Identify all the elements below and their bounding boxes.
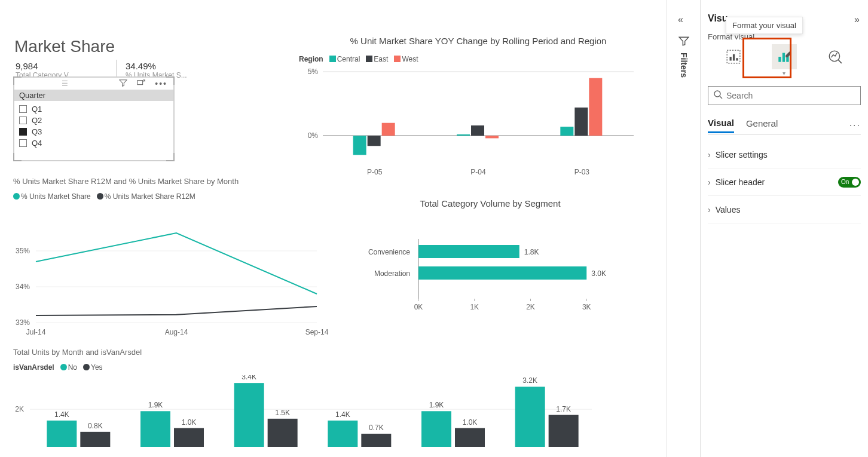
page-title: Market Share [14,37,115,56]
svg-text:0.7K: 0.7K [369,424,384,432]
svg-text:1.8K: 1.8K [524,248,539,256]
format-tooltip: Format your visual [726,17,803,34]
svg-text:Aug-14: Aug-14 [165,328,188,336]
chart1-svg: 5%0%P-05P-04P-03 [293,66,646,179]
svg-text:P-04: P-04 [470,168,486,176]
visualizations-pane: Visu » Format visual ▾ Format your vis [701,0,868,457]
svg-text:0%: 0% [308,131,319,140]
svg-rect-48 [140,411,170,447]
svg-text:1.5K: 1.5K [275,409,290,417]
svg-rect-69 [729,57,731,61]
svg-rect-14 [560,127,573,136]
svg-rect-6 [353,136,366,155]
svg-text:Sep-14: Sep-14 [305,328,329,336]
filters-pane-label: Filters [679,53,689,78]
svg-text:0.8K: 0.8K [88,422,103,430]
svg-rect-50 [174,428,204,447]
format-tabs-more-icon[interactable]: ··· [849,120,861,131]
svg-rect-12 [485,136,499,138]
vispane-title: Visu [708,13,728,24]
format-row-slicer-header[interactable]: › Slicer header On [708,168,861,196]
chart3-svg: Convenience1.8KModeration3.0K0K1K2K3K [353,215,634,335]
svg-rect-72 [778,57,781,62]
svg-text:34%: 34% [16,283,30,291]
format-row-slicer-settings[interactable]: › Slicer settings [708,141,861,168]
svg-rect-15 [574,108,588,136]
kpi-total-volume-value: 9,984 [16,61,105,71]
svg-rect-58 [361,434,391,447]
svg-rect-54 [268,419,298,447]
svg-rect-60 [421,411,451,447]
chart2-legend: % Units Market Share % Units Market Shar… [13,192,195,201]
svg-text:1.7K: 1.7K [556,405,571,413]
kpi-market-share-value: 34.49% [126,61,215,71]
svg-text:5%: 5% [308,68,319,76]
slicer-header-label: Quarter [14,90,173,101]
format-row-values[interactable]: › Values [708,196,861,223]
chart4-legend: isVanArsdel No Yes [13,363,103,372]
svg-text:35%: 35% [16,247,30,255]
chart1-title: % Unit Market Share YOY Change by Rollin… [299,36,658,46]
svg-rect-73 [783,53,785,62]
svg-rect-8 [382,123,395,136]
svg-rect-29 [418,245,519,258]
svg-rect-0 [137,80,143,84]
chart2-svg: 33%34%35%Jul-14Aug-14Sep-14 [6,203,329,341]
slicer-item-q3[interactable]: Q3 [19,126,169,137]
svg-point-76 [714,91,720,97]
tab-visual[interactable]: Visual [708,118,734,133]
chevron-down-icon: ▾ [772,70,797,76]
format-search-input[interactable] [726,91,855,100]
focus-mode-icon[interactable] [137,79,145,89]
svg-rect-32 [418,266,586,280]
chart2-title: % Units Market Share R12M and % Units Ma… [13,177,239,186]
expand-filters-icon[interactable]: « [678,14,683,25]
slicer-item-q1[interactable]: Q1 [19,103,169,115]
svg-text:3.4K: 3.4K [242,375,256,381]
report-canvas: Market Share 9,984 Total Category V... 3… [0,0,667,457]
analytics-icon[interactable] [823,44,848,69]
svg-rect-70 [733,54,735,61]
svg-text:P-05: P-05 [367,168,383,176]
more-options-icon[interactable]: ••• [155,79,167,88]
slicer-item-q2[interactable]: Q2 [19,115,169,126]
chevron-right-icon: › [708,150,711,160]
chart3-title: Total Category Volume by Segment [359,198,622,208]
slicer-item-q4[interactable]: Q4 [19,137,169,149]
quarter-slicer[interactable]: ☰ ••• Quarter Q1 Q2 Q3 Q4 [13,76,175,161]
filters-pane-collapsed: « Filters [667,0,701,457]
filter-icon[interactable] [119,79,127,89]
svg-rect-7 [368,136,381,146]
svg-text:Moderation: Moderation [374,269,410,278]
build-visual-icon[interactable] [721,44,746,69]
svg-text:1.9K: 1.9K [148,401,163,409]
svg-rect-44 [47,421,77,447]
svg-rect-10 [457,134,470,136]
search-icon [713,90,723,102]
format-visual-icon[interactable]: ▾ [772,44,797,69]
collapse-vispane-icon[interactable]: » [854,14,860,25]
svg-text:2K: 2K [15,405,24,413]
svg-rect-66 [549,415,579,447]
svg-text:1.0K: 1.0K [182,418,197,427]
svg-text:P-03: P-03 [574,168,590,176]
slicer-header-toggle[interactable]: On [838,177,861,188]
chevron-right-icon: › [708,205,711,214]
format-search[interactable] [708,86,861,105]
svg-text:1K: 1K [470,303,479,311]
chart4-title: Total Units by Month and isVanArsdel [13,348,142,357]
filters-funnel-icon[interactable] [678,36,689,49]
chevron-right-icon: › [708,177,711,187]
chart4-svg: 2K1.4K0.8K1.9K1.0K3.4K1.5K1.4K0.7K1.9K1.… [6,375,604,457]
tab-general[interactable]: General [746,118,778,132]
svg-rect-46 [80,432,110,447]
svg-text:2K: 2K [526,303,535,311]
svg-text:3.0K: 3.0K [591,269,606,278]
svg-rect-16 [589,78,602,136]
svg-text:3.2K: 3.2K [522,376,537,385]
svg-text:1.0K: 1.0K [463,418,478,427]
svg-rect-71 [736,58,738,60]
chart1-legend: Region Central East West [299,55,418,63]
drag-handle-icon[interactable]: ☰ [20,79,109,88]
svg-rect-62 [455,428,485,447]
